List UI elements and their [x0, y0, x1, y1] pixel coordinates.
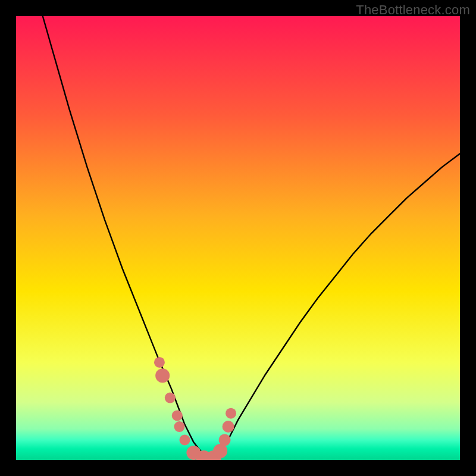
highlight-point [172, 410, 183, 421]
chart-stage: TheBottleneck.com [0, 0, 476, 476]
plot-area [16, 16, 460, 460]
highlight-point [174, 421, 185, 432]
highlight-point [155, 368, 170, 383]
highlight-point [165, 393, 176, 403]
highlight-point [226, 408, 236, 419]
highlight-point [179, 434, 190, 445]
highlight-point [219, 434, 231, 446]
highlight-point [213, 444, 227, 458]
plot-svg [16, 16, 460, 460]
highlight-point [154, 357, 165, 368]
highlight-point [223, 421, 234, 433]
gradient-background [16, 16, 460, 460]
